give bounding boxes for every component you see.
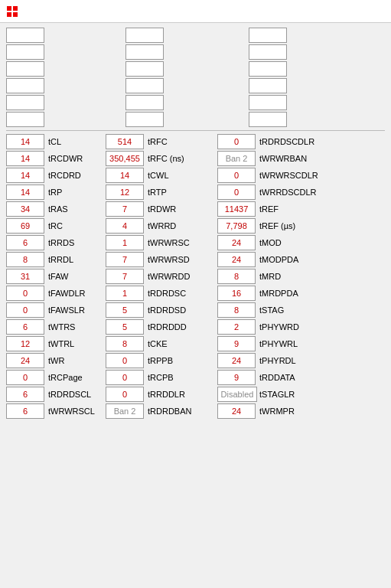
app-icon [6,5,18,18]
timing-v1-10: 0 [6,302,44,318]
cmd2t-value [125,44,164,60]
timing-v1-4: 34 [6,201,44,217]
timing-v1-13: 24 [6,353,44,368]
timing-l1-12: tWTRL [48,339,74,348]
timing-l3-11: tPHYWRD [259,322,299,332]
timing-v3-11: 2 [217,319,256,335]
memclk-value [6,28,44,43]
timing-l3-16: tWRMPR [259,407,295,416]
addrcmddrvstr-value [6,112,44,127]
timing-v2-2: 14 [106,168,144,183]
timing-v2-13: 0 [106,353,144,368]
timing-v2-4: 7 [106,201,144,217]
timing-l1-8: tFAW [48,272,68,281]
timing-l1-7: tRRDL [48,255,73,264]
timing-l3-2: tWRWRSCDLR [259,171,318,180]
timing-l3-15: tSTAGLR [259,390,295,399]
timing-v2-9: 1 [106,286,144,301]
timing-v3-7: 24 [217,252,256,267]
rttpark-value [125,95,164,110]
svg-rect-1 [13,6,18,11]
timing-l1-6: tRRDS [48,238,74,247]
timing-l1-5: tRC [48,221,63,230]
timing-v2-10: 5 [106,302,144,318]
timing-l3-10: tSTAG [259,305,284,315]
timing-v3-4: 11437 [217,201,256,217]
main-content: 14tCL514tRFC0tRDRDSCDLR14tRCDWR350,455tR… [0,23,391,423]
bankgrpswap-value [249,44,287,60]
timing-l1-1: tRCDWR [48,154,83,163]
timing-l1-2: tRCDRD [48,171,81,180]
timing-l2-1: tRFC (ns) [148,154,184,163]
geardown-value [6,44,44,60]
rttwr-value [6,95,44,110]
timing-v2-5: 4 [106,218,144,234]
timing-v3-6: 24 [217,235,256,250]
timing-v1-0: 14 [6,134,44,149]
timing-v2-3: 12 [106,185,144,200]
timing-l2-12: tCKE [148,339,168,348]
timing-v3-5: 7,798 [217,218,256,234]
timing-l2-0: tRFC [148,137,168,146]
timing-v2-7: 7 [106,252,144,267]
svg-rect-3 [13,12,18,17]
timing-l3-14: tRDDATA [259,373,295,382]
timing-l2-5: tWRRD [148,221,176,230]
timing-v3-16: 24 [217,403,256,419]
timing-l2-2: tCWL [148,171,169,180]
csodtsetup-value [6,78,44,93]
timing-l3-6: tMOD [259,238,282,247]
minimize-button[interactable] [322,3,342,20]
timing-v1-9: 0 [6,286,44,301]
timing-l3-1: tWRWRBAN [259,154,307,163]
procodt-value [125,61,164,77]
timing-l2-14: tRCPB [148,373,174,382]
timing-grid: 14tCL514tRFC0tRDRDSCDLR14tRCDWR350,455tR… [6,134,385,419]
timing-l3-13: tPHYRDL [259,356,296,365]
timing-v3-0: 0 [217,134,256,149]
timing-v2-14: 0 [106,370,144,385]
timing-v1-7: 8 [6,252,44,267]
timing-l2-8: tWRWRDD [148,272,190,281]
timing-l3-12: tPHYWRL [259,339,298,348]
timing-l3-9: tMRDPDA [259,289,298,298]
timing-v1-3: 14 [6,185,44,200]
timing-v3-1: Ban 2 [217,151,256,166]
timing-v2-15: 0 [106,387,144,402]
timing-l3-3: tWRRDSCDLR [259,188,317,197]
timing-l3-0: tRDRDSCDLR [259,137,314,146]
rttnom-value [249,78,287,93]
title-bar [0,0,391,23]
timing-l1-10: tFAWSLR [48,305,85,315]
timing-l2-7: tWRWRSD [148,255,190,264]
timing-v3-13: 24 [217,353,256,368]
timing-l1-4: tRAS [48,204,68,214]
timing-l2-9: tRDRDSC [148,289,186,298]
timing-v2-12: 8 [106,336,144,351]
timing-v1-5: 69 [6,218,44,234]
timing-v2-11: 5 [106,319,144,335]
clkdrvstr-value [249,95,287,110]
ckedrvstr-value [249,112,287,127]
timing-l2-6: tWRWRSC [148,238,190,247]
section-divider [6,130,385,131]
timing-v3-3: 0 [217,185,256,200]
csodtdrvstr-value [125,112,164,127]
timing-l2-16: tRDRDBAN [148,407,191,416]
maximize-button[interactable] [344,3,363,20]
timing-l3-4: tREF [259,204,279,214]
timing-v1-11: 6 [6,319,44,335]
timing-v2-8: 7 [106,269,144,284]
timing-v2-0: 514 [106,134,144,149]
timing-l2-4: tRDWR [148,204,176,214]
timing-l2-11: tRDRDDD [148,322,187,332]
timing-v1-16: 6 [6,403,44,419]
timing-v3-10: 8 [217,302,256,318]
close-button[interactable] [365,3,385,20]
timing-v1-6: 6 [6,235,44,250]
timing-v2-6: 1 [106,235,144,250]
timing-v3-2: 0 [217,168,256,183]
svg-rect-2 [7,12,11,17]
timing-v1-15: 6 [6,387,44,402]
top-params [6,28,385,127]
